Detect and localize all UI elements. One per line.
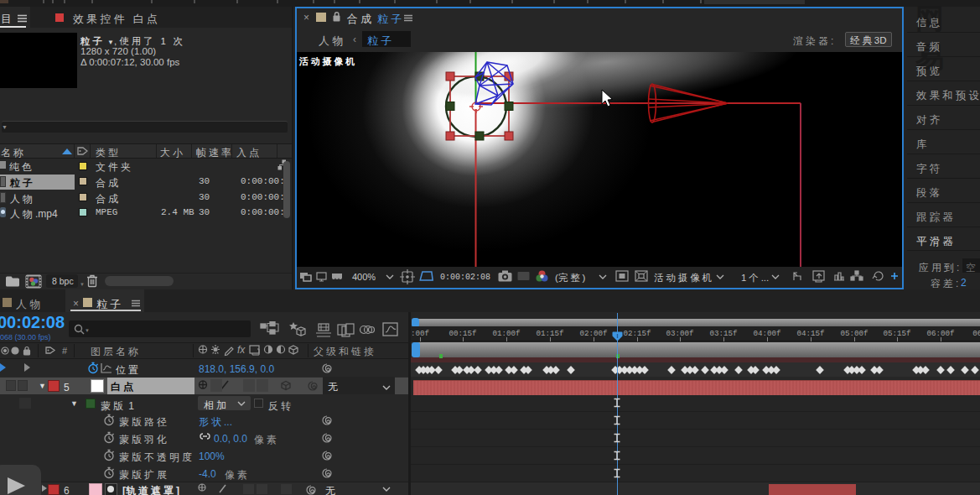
svg-text:01:00f: 01:00f xyxy=(492,329,520,338)
svg-text:01:15f: 01:15f xyxy=(536,329,563,338)
svg-text:06:15: 06:15 xyxy=(972,329,980,338)
svg-text:03:15f: 03:15f xyxy=(709,329,737,338)
svg-text:04:15f: 04:15f xyxy=(796,329,824,338)
svg-text:06:00f: 06:00f xyxy=(926,329,954,338)
svg-text:00:15f: 00:15f xyxy=(449,329,476,338)
svg-text:02:15f: 02:15f xyxy=(623,329,651,338)
svg-text:04:00f: 04:00f xyxy=(753,329,780,338)
svg-text:02:00f: 02:00f xyxy=(579,329,607,338)
svg-text:03:00f: 03:00f xyxy=(666,329,693,338)
svg-text::00f: :00f xyxy=(411,329,429,338)
svg-text:05:00f: 05:00f xyxy=(840,329,868,338)
svg-text:05:15f: 05:15f xyxy=(883,329,910,338)
